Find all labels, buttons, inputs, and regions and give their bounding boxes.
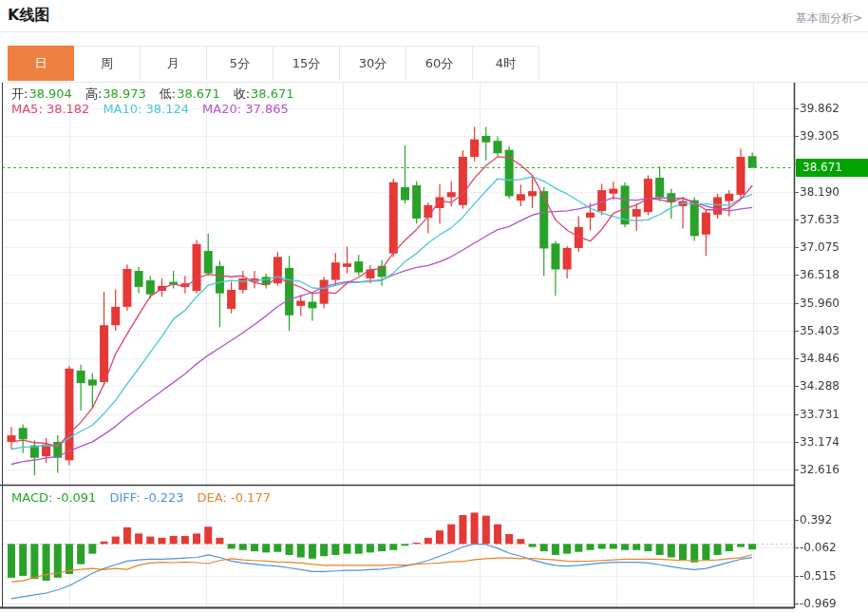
ohlc-label: 收: [234,86,250,101]
price-axis-tick-3: 38.190 [800,184,866,200]
ohlc-item-0: 开:38.904 [11,86,72,101]
tab-interval-1[interactable]: 周 [74,46,141,80]
ohlc-item-1: 高:38.973 [85,86,146,101]
price-axis-tick-1: 39.305 [800,128,866,144]
ohlc-item-3: 收:38.671 [234,86,294,101]
page-title: K线图 [8,6,49,26]
ohlc-value: 38.904 [28,86,72,101]
ohlc-label: 高: [85,86,102,101]
page-header: K线图 基本面分析> [0,0,868,32]
tab-interval-0[interactable]: 日 [8,46,74,81]
fundamental-analysis-link[interactable]: 基本面分析> [796,10,862,27]
tab-interval-7[interactable]: 4时 [473,46,539,80]
price-axis-tick-7: 35.960 [800,296,866,311]
price-axis-tick-4: 37.633 [800,212,866,227]
ma-row: MA5: 38.182MA10: 38.124MA20: 37.865 [11,102,302,116]
ohlc-value: 38.671 [177,86,220,101]
ma-legend-1: MA10: 38.124 [103,102,189,116]
macd-values-row: MACD: -0.091DIFF: -0.223DEA: -0.177 [11,490,284,505]
macd-legend-2: DEA: -0.177 [198,490,271,505]
price-axis-tick-0: 39.862 [800,101,866,116]
macd-axis-tick-1: -0.062 [800,540,866,555]
kline-page: K线图 基本面分析> 日周月5分15分30分60分4时 开:38.904高:38… [0,0,868,613]
price-axis-tick-12: 33.174 [800,434,866,450]
macd-legend-0: MACD: -0.091 [11,490,96,505]
price-axis-tick-5: 37.075 [800,239,866,255]
price-axis-tick-6: 36.518 [800,267,866,282]
tab-interval-6[interactable]: 60分 [406,46,473,80]
ma-legend-0: MA5: 38.182 [11,102,89,116]
tab-interval-4[interactable]: 15分 [274,46,340,80]
interval-tab-bar: 日周月5分15分30分60分4时 [0,46,868,83]
ohlc-value: 38.973 [103,86,146,101]
ma-legend-2: MA20: 37.865 [202,102,289,116]
macd-axis-tick-0: 0.392 [800,512,866,527]
ohlc-label: 开: [11,86,28,101]
current-price-badge: 38.671 [796,159,868,177]
price-axis-tick-10: 34.288 [800,378,866,393]
tab-interval-3[interactable]: 5分 [207,46,274,80]
tab-interval-5[interactable]: 30分 [340,46,406,80]
ohlc-item-2: 低:38.671 [160,86,220,101]
ohlc-label: 低: [160,86,176,101]
price-axis-tick-11: 33.731 [800,407,866,422]
ohlc-row: 开:38.904高:38.973低:38.671收:38.671 [11,86,308,103]
macd-axis-tick-2: -0.515 [800,568,866,584]
price-axis-tick-8: 35.403 [800,323,866,338]
macd-legend-1: DIFF: -0.223 [109,490,183,505]
macd-axis-tick-3: -0.969 [800,596,866,611]
price-axis-tick-13: 32.616 [800,462,866,477]
price-axis-tick-9: 34.846 [800,351,866,366]
tab-interval-2[interactable]: 月 [141,46,207,80]
tab-cells: 日周月5分15分30分60分4时 [8,46,539,81]
ohlc-value: 38.671 [251,86,294,101]
